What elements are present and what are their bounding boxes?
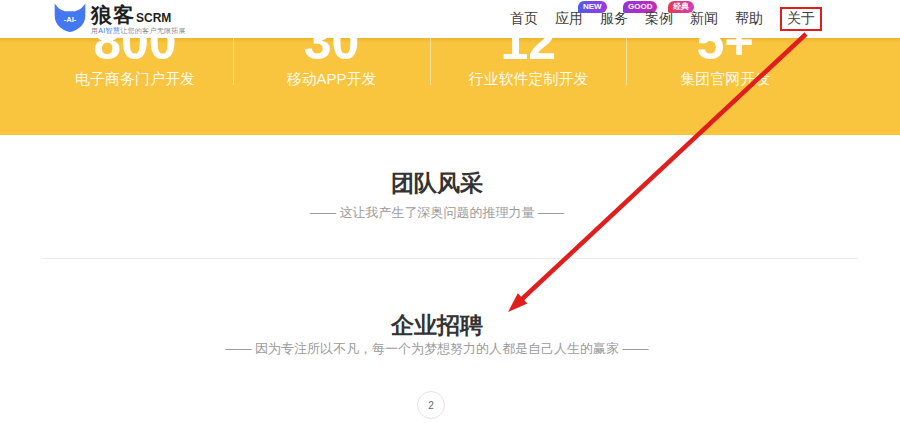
stat-mobile-app: 30 移动APP开发	[234, 38, 430, 89]
stats-banner: 800 电子商务门户开发 30 移动APP开发 12 行业软件定制开发 5+ 集…	[0, 38, 900, 135]
brand-name: 狼客	[91, 3, 135, 27]
main-nav: 首页 应用 NEW 服务 GOOD 案例 经典 新闻 帮助 关于	[510, 0, 822, 38]
nav-item-news[interactable]: 新闻	[690, 10, 718, 28]
fox-head-ai-icon: -AI-	[53, 3, 87, 37]
stat-value: 800	[37, 38, 233, 67]
stat-value: 5+	[627, 38, 823, 67]
nav-item-home[interactable]: 首页	[510, 10, 538, 28]
pagination-page-2[interactable]: 2	[417, 391, 445, 419]
svg-text:-AI-: -AI-	[64, 15, 77, 24]
nav-item-about[interactable]: 关于	[780, 7, 822, 31]
stat-label: 电子商务门户开发	[37, 70, 233, 89]
jobs-section-title: 企业招聘	[0, 310, 874, 341]
section-divider	[42, 258, 858, 259]
header: -AI- 狼客 SCRM 用AI智慧让您的客户无限拓展 首页 应用 NEW 服务…	[0, 0, 900, 38]
brand-logo[interactable]: -AI- 狼客 SCRM 用AI智慧让您的客户无限拓展	[53, 3, 186, 37]
nav-item-help[interactable]: 帮助	[735, 10, 763, 28]
stat-custom-software: 12 行业软件定制开发	[431, 38, 627, 89]
stat-label: 集团官网开发	[627, 70, 823, 89]
stat-group-website: 5+ 集团官网开发	[627, 38, 823, 89]
team-section-title: 团队风采	[0, 168, 874, 199]
stat-label: 移动APP开发	[234, 70, 430, 89]
nav-item-services[interactable]: 服务 GOOD	[600, 10, 628, 28]
stat-value: 12	[431, 38, 627, 67]
nav-item-cases[interactable]: 案例 经典	[645, 10, 673, 28]
jobs-section-subtitle: —— 因为专注所以不凡，每一个为梦想努力的人都是自己人生的赢家 ——	[0, 340, 874, 358]
brand-tagline: 用AI智慧让您的客户无限拓展	[91, 27, 186, 35]
stat-ecommerce: 800 电子商务门户开发	[37, 38, 233, 89]
stat-label: 行业软件定制开发	[431, 70, 627, 89]
stat-value: 30	[234, 38, 430, 67]
pagination-number: 2	[428, 400, 434, 411]
brand-suffix: SCRM	[136, 11, 171, 25]
nav-item-apps[interactable]: 应用 NEW	[555, 10, 583, 28]
team-section-subtitle: —— 这让我产生了深奥问题的推理力量 ——	[0, 204, 874, 222]
stats-row: 800 电子商务门户开发 30 移动APP开发 12 行业软件定制开发 5+ 集…	[37, 38, 823, 89]
